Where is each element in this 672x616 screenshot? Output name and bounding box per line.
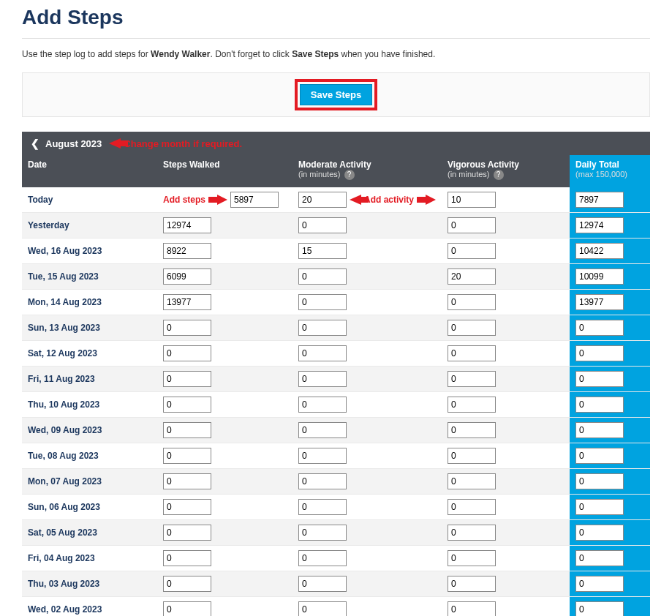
vigorous-input[interactable] xyxy=(448,217,496,233)
steps-input[interactable] xyxy=(163,525,211,541)
save-steps-button[interactable]: Save Steps xyxy=(300,84,372,105)
steps-input[interactable] xyxy=(163,601,211,616)
total-cell xyxy=(570,520,650,546)
vigorous-input[interactable] xyxy=(448,320,496,336)
steps-input[interactable] xyxy=(163,294,211,310)
moderate-cell xyxy=(292,238,442,264)
total-input[interactable] xyxy=(575,371,624,387)
steps-input[interactable] xyxy=(163,397,211,413)
moderate-input[interactable] xyxy=(298,192,347,208)
col-moderate-sub: (in minutes) xyxy=(298,170,340,179)
total-input[interactable] xyxy=(575,601,624,616)
steps-input[interactable] xyxy=(163,320,211,336)
steps-cell xyxy=(157,495,292,520)
intro-mid: . Don't forget to click xyxy=(210,49,292,59)
total-input[interactable] xyxy=(575,473,624,489)
steps-cell xyxy=(157,546,292,571)
total-cell xyxy=(570,290,650,315)
vigorous-input[interactable] xyxy=(448,243,496,259)
steps-input[interactable] xyxy=(163,345,211,361)
steps-cell xyxy=(157,443,292,469)
help-icon[interactable]: ? xyxy=(344,170,355,180)
total-cell xyxy=(570,597,650,617)
table-row: Wed, 02 Aug 2023 xyxy=(22,597,650,617)
vigorous-input[interactable] xyxy=(448,550,496,566)
total-input[interactable] xyxy=(575,397,624,413)
moderate-input[interactable] xyxy=(298,320,347,336)
steps-cell xyxy=(157,264,292,290)
table-row: Thu, 03 Aug 2023 xyxy=(22,571,650,597)
vigorous-input[interactable] xyxy=(448,576,496,592)
total-input[interactable] xyxy=(575,499,624,515)
col-total-label: Daily Total xyxy=(575,159,619,170)
moderate-input[interactable] xyxy=(298,422,347,438)
total-input[interactable] xyxy=(575,320,624,336)
vigorous-input[interactable] xyxy=(448,294,496,310)
moderate-input[interactable] xyxy=(298,345,347,361)
moderate-input[interactable] xyxy=(298,294,347,310)
steps-input[interactable] xyxy=(163,422,211,438)
vigorous-input[interactable] xyxy=(448,371,496,387)
total-input[interactable] xyxy=(575,294,624,310)
steps-cell xyxy=(157,341,292,367)
vigorous-input[interactable] xyxy=(448,422,496,438)
vigorous-input[interactable] xyxy=(448,448,496,464)
steps-input[interactable] xyxy=(163,473,211,489)
steps-input[interactable] xyxy=(163,243,211,259)
total-input[interactable] xyxy=(575,192,624,208)
date-cell: Today xyxy=(22,187,157,213)
steps-cell xyxy=(157,520,292,546)
vigorous-input[interactable] xyxy=(448,473,496,489)
vigorous-cell xyxy=(442,213,570,238)
moderate-input[interactable] xyxy=(298,397,347,413)
moderate-input[interactable] xyxy=(298,499,347,515)
moderate-input[interactable] xyxy=(298,243,347,259)
col-total-sub: (max 150,000) xyxy=(575,170,644,179)
steps-cell xyxy=(157,367,292,392)
total-input[interactable] xyxy=(575,525,624,541)
total-cell xyxy=(570,213,650,238)
total-input[interactable] xyxy=(575,345,624,361)
total-input[interactable] xyxy=(575,550,624,566)
help-icon[interactable]: ? xyxy=(494,170,504,180)
steps-input[interactable] xyxy=(163,371,211,387)
steps-input[interactable] xyxy=(163,576,211,592)
vigorous-input[interactable] xyxy=(448,397,496,413)
moderate-input[interactable] xyxy=(298,550,347,566)
moderate-input[interactable] xyxy=(298,217,347,233)
annotation-highlight: Save Steps xyxy=(295,79,377,110)
total-input[interactable] xyxy=(575,268,624,285)
vigorous-input[interactable] xyxy=(448,499,496,515)
steps-cell xyxy=(157,213,292,238)
moderate-input[interactable] xyxy=(298,268,347,285)
moderate-input[interactable] xyxy=(298,576,347,592)
annotation-change-month-text: Change month if required. xyxy=(124,138,242,149)
steps-input[interactable] xyxy=(163,268,211,285)
arrow-left-icon xyxy=(109,138,121,149)
moderate-input[interactable] xyxy=(298,473,347,489)
vigorous-input[interactable] xyxy=(448,268,496,285)
total-input[interactable] xyxy=(575,448,624,464)
annotation-change-month: Change month if required. xyxy=(109,138,242,149)
vigorous-cell xyxy=(442,546,570,571)
steps-input[interactable] xyxy=(163,550,211,566)
vigorous-input[interactable] xyxy=(448,525,496,541)
total-input[interactable] xyxy=(575,217,624,233)
vigorous-cell xyxy=(442,315,570,341)
total-input[interactable] xyxy=(575,422,624,438)
vigorous-input[interactable] xyxy=(448,601,496,616)
total-input[interactable] xyxy=(575,243,624,259)
moderate-input[interactable] xyxy=(298,371,347,387)
moderate-input[interactable] xyxy=(298,525,347,541)
moderate-input[interactable] xyxy=(298,601,347,616)
steps-input[interactable] xyxy=(163,499,211,515)
steps-input[interactable] xyxy=(163,217,211,233)
prev-month-icon[interactable]: ❮ xyxy=(31,138,39,149)
steps-cell xyxy=(157,315,292,341)
vigorous-input[interactable] xyxy=(448,345,496,361)
vigorous-input[interactable] xyxy=(448,192,496,208)
total-input[interactable] xyxy=(575,576,624,592)
moderate-input[interactable] xyxy=(298,448,347,464)
steps-input[interactable] xyxy=(230,192,279,208)
steps-input[interactable] xyxy=(163,448,211,464)
